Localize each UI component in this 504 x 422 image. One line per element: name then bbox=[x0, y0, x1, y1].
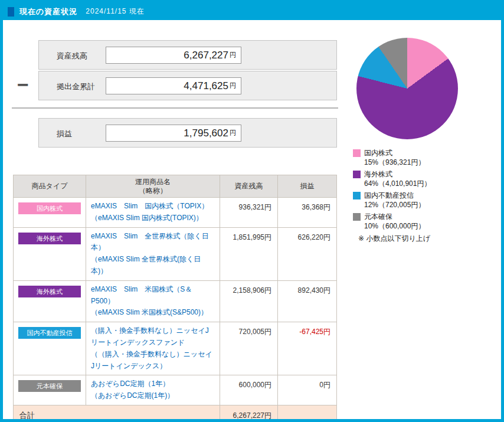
page-header: 現在の資産状況 2024/11/15 現在 bbox=[3, 3, 501, 20]
product-name-cell: あおぞらDC定期（1年） （あおぞらDC定期(1年)） bbox=[86, 375, 220, 405]
legend-value: 10%（600,000円） bbox=[364, 221, 425, 231]
asset-balance-label: 資産残高 bbox=[57, 51, 87, 61]
balance-cell: 600,000円 bbox=[220, 375, 278, 405]
legend-value: 15%（936,321円） bbox=[364, 158, 425, 167]
legend-label: 国内不動産投信 bbox=[364, 191, 425, 200]
legend-label: 元本確保 bbox=[364, 212, 425, 221]
col-product-name: 運用商品名 （略称） bbox=[86, 175, 220, 198]
legend-value: 64%（4,010,901円） bbox=[364, 179, 431, 188]
legend-value: 12%（720,005円） bbox=[364, 200, 425, 210]
balance-cell: 1,851,995円 bbox=[220, 227, 278, 280]
total-balance: 6,267,227円 bbox=[220, 405, 278, 422]
as-of-date: 2024/11/15 現在 bbox=[86, 6, 145, 17]
asset-balance-box: 資産残高 6,267,227 円 bbox=[38, 40, 337, 70]
legend-label: 国内株式 bbox=[364, 148, 425, 158]
contribution-total-field: 4,471,625 円 bbox=[106, 77, 241, 94]
legend-item: 国内不動産投信 12%（720,005円） bbox=[353, 191, 431, 210]
content-area: 資産残高 6,267,227 円 − 拠出金累計 4,471,625 円 損益 … bbox=[3, 20, 501, 402]
header-accent-square bbox=[8, 7, 14, 17]
product-name: eMAXIS Slim 米国株式（S＆P500） bbox=[91, 284, 215, 307]
col-balance: 資産残高 bbox=[220, 175, 278, 198]
contribution-total-amount: 4,471,625 bbox=[184, 80, 228, 92]
minus-operator: − bbox=[17, 74, 29, 94]
total-label: 合計 bbox=[14, 405, 220, 422]
contribution-total-label: 拠出金累計 bbox=[57, 81, 95, 92]
product-name-cell: eMAXIS Slim 米国株式（S＆P500） （eMAXIS Slim 米国… bbox=[86, 280, 220, 322]
pie-chart bbox=[356, 38, 458, 139]
page-title: 現在の資産状況 bbox=[19, 6, 77, 17]
col-product-name-line2: （略称） bbox=[87, 187, 218, 195]
product-name: eMAXIS Slim 国内株式（TOPIX） bbox=[91, 201, 215, 212]
rounding-note: ※ 小数点以下切り上げ bbox=[358, 234, 431, 244]
legend-item: 国内株式 15%（936,321円） bbox=[353, 148, 431, 167]
table-row: 海外株式 eMAXIS Slim 全世界株式（除く日本） （eMAXIS Sli… bbox=[14, 227, 337, 280]
yen-unit: 円 bbox=[230, 129, 236, 138]
product-type-badge: 海外株式 bbox=[18, 286, 81, 297]
table-row: 元本確保 あおぞらDC定期（1年） （あおぞらDC定期(1年)） 600,000… bbox=[14, 375, 337, 405]
product-name: あおぞらDC定期（1年） bbox=[91, 378, 215, 390]
product-type-badge: 元本確保 bbox=[18, 380, 81, 392]
contribution-total-box: 拠出金累計 4,471,625 円 bbox=[38, 71, 337, 100]
profit-loss-field: 1,795,602 円 bbox=[106, 125, 241, 142]
total-profit-loss bbox=[278, 405, 337, 422]
table-row: 海外株式 eMAXIS Slim 米国株式（S＆P500） （eMAXIS Sl… bbox=[14, 280, 337, 322]
profit-loss-box: 損益 1,795,602 円 bbox=[38, 118, 337, 148]
product-name-abbr: （あおぞらDC定期(1年)） bbox=[91, 390, 215, 402]
product-type-badge: 国内株式 bbox=[18, 202, 81, 214]
legend-swatch bbox=[353, 149, 361, 157]
table-row: 国内不動産投信 （購入・換金手数料なし）ニッセイJリートインデックスファンド （… bbox=[14, 322, 337, 375]
balance-cell: 936,321円 bbox=[220, 198, 278, 228]
asset-balance-amount: 6,267,227 bbox=[184, 50, 228, 61]
yen-unit: 円 bbox=[230, 51, 236, 60]
asset-balance-field: 6,267,227 円 bbox=[106, 47, 241, 64]
table-header-row: 商品タイプ 運用商品名 （略称） 資産残高 損益 bbox=[14, 175, 337, 198]
product-type-badge: 海外株式 bbox=[18, 233, 81, 244]
profit-loss-cell: 36,368円 bbox=[278, 198, 337, 228]
product-name: eMAXIS Slim 全世界株式（除く日本） bbox=[91, 231, 215, 254]
product-type-badge: 国内不動産投信 bbox=[18, 327, 81, 339]
balance-cell: 720,005円 bbox=[220, 322, 278, 375]
product-name-abbr: （eMAXIS Slim 全世界株式(除く日本)） bbox=[91, 254, 215, 277]
col-product-type: 商品タイプ bbox=[14, 175, 86, 198]
product-name: （購入・換金手数料なし）ニッセイJリートインデックスファンド bbox=[91, 325, 215, 349]
product-name-abbr: （eMAXIS Slim 米国株式(S&P500)） bbox=[91, 307, 215, 319]
legend-item: 元本確保 10%（600,000円） bbox=[353, 212, 431, 231]
product-name-cell: （購入・換金手数料なし）ニッセイJリートインデックスファンド （（購入・換金手数… bbox=[86, 322, 220, 375]
table-footer-row: 合計 6,267,227円 bbox=[14, 405, 337, 422]
legend-item: 海外株式 64%（4,010,901円） bbox=[353, 169, 431, 188]
profit-loss-cell: 0円 bbox=[278, 375, 337, 405]
col-product-name-line1: 運用商品名 bbox=[87, 178, 218, 187]
profit-loss-label: 損益 bbox=[57, 129, 72, 139]
sum-divider-line bbox=[12, 107, 338, 109]
col-profit-loss: 損益 bbox=[278, 175, 337, 198]
profit-loss-cell: 892,430円 bbox=[278, 280, 337, 322]
product-name-abbr: （eMAXIS Slim 国内株式(TOPIX)） bbox=[91, 212, 215, 224]
product-name-abbr: （（購入・換金手数料なし）ニッセイJリートインデックス） bbox=[91, 349, 215, 372]
legend-label: 海外株式 bbox=[364, 169, 431, 179]
legend-swatch bbox=[353, 192, 361, 199]
asset-detail-table: 商品タイプ 運用商品名 （略称） 資産残高 損益 国内株式 eMAXIS Sli… bbox=[13, 175, 337, 422]
yen-unit: 円 bbox=[230, 81, 236, 90]
table-row: 国内株式 eMAXIS Slim 国内株式（TOPIX） （eMAXIS Sli… bbox=[14, 198, 337, 228]
asset-status-page: 現在の資産状況 2024/11/15 現在 資産残高 6,267,227 円 −… bbox=[0, 0, 504, 422]
chart-legend: 国内株式 15%（936,321円） 海外株式 64%（4,010,901円） … bbox=[353, 148, 431, 244]
profit-loss-cell: -67,425円 bbox=[278, 322, 337, 375]
product-name-cell: eMAXIS Slim 国内株式（TOPIX） （eMAXIS Slim 国内株… bbox=[86, 198, 220, 228]
balance-cell: 2,158,906円 bbox=[220, 280, 278, 322]
legend-swatch bbox=[353, 213, 361, 221]
profit-loss-cell: 626,220円 bbox=[278, 227, 337, 280]
legend-swatch bbox=[353, 171, 361, 178]
profit-loss-amount: 1,795,602 bbox=[184, 127, 228, 139]
product-name-cell: eMAXIS Slim 全世界株式（除く日本） （eMAXIS Slim 全世界… bbox=[86, 227, 220, 280]
